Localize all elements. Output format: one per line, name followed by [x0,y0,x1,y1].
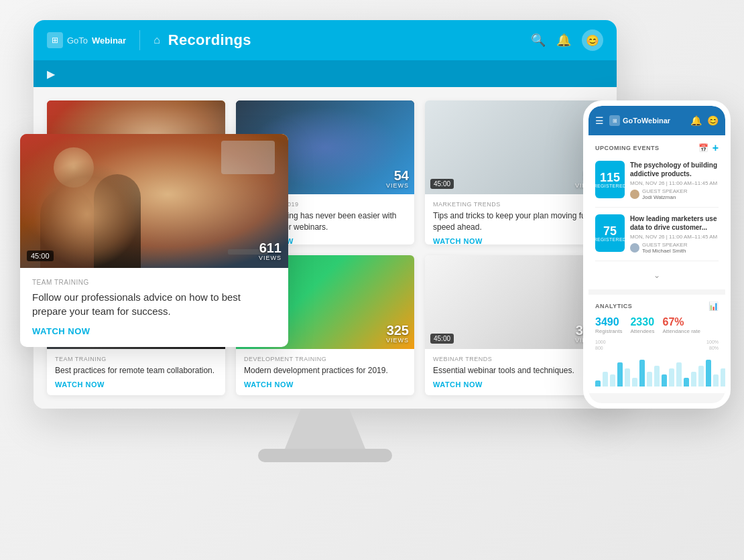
play-icon[interactable]: ▶ [47,68,55,80]
person-silhouette-2 [94,174,141,268]
floating-views-label: VIEWS [259,255,282,261]
event-title-2: How leading marketers use data to drive … [630,214,719,232]
video-duration-3: 45:00 [430,179,454,189]
floating-title: Follow our professionals advice on how t… [32,290,276,318]
event-meta-1: MON, NOV 26 | 11:00 AM–11:45 AM [630,180,719,186]
chart-bar-11 [676,362,682,387]
monitor-stand [285,409,365,449]
speaker-name-1: Jodi Watzman [642,194,687,200]
chart-bar-2 [610,374,615,387]
floating-card: 45:00 611 VIEWS TEAM TRAINING Follow our… [20,134,288,347]
logo-webinar: Webinar [92,36,126,46]
home-icon[interactable]: ⌂ [153,34,160,46]
event-details-1: The psychology of building addictive pro… [630,161,719,200]
chart-y-label-2: 100% [706,340,719,344]
analytics-stats: 3490 Registrants 2330 Attendees 67% Atte… [595,316,719,334]
scene: ⊞ GoToWebinar ⌂ Recordings 🔍 🔔 😊 ▶ [0,0,744,560]
video-info-6: WEBINAR TRENDS Essential webinar tools a… [425,349,603,395]
event-item-1: 115 REGISTERED The psychology of buildin… [595,161,719,208]
phone-header: ☰ ⊞ GoToWebinar 🔔 😊 [588,106,725,135]
stat-attendance-rate: 67% Attendance rate [663,316,700,334]
floating-watch-now[interactable]: WATCH NOW [32,326,276,336]
analytics-chart [595,353,719,387]
calendar-icon[interactable]: 📅 [698,143,708,153]
section-header-events: UPCOMING EVENTS 📅 + [595,142,719,154]
chart-bar-4 [625,368,630,387]
chart-bar-17 [721,368,725,387]
video-category-4: TEAM TRAINING [55,356,217,362]
event-meta-2: MON, NOV 26 | 11:00 AM–11:45 AM [630,234,719,240]
chart-y-label-4: 80% [709,346,719,350]
section-actions: 📅 + [698,142,719,154]
search-icon[interactable]: 🔍 [531,33,546,48]
video-info-5: DEVELOPMENT TRAINING Modern development … [236,349,414,395]
phone-notification-icon[interactable]: 🔔 [690,115,702,126]
chart-bar-3 [617,362,623,387]
add-event-icon[interactable]: + [712,142,719,154]
event-registered-label-2: REGISTERED [594,237,627,242]
chart-bar-0 [595,380,601,387]
floating-info: TEAM TRAINING Follow our professionals a… [20,268,288,347]
video-desc-6: Essential webinar tools and techniques. [433,365,595,376]
phone-avatar-icon[interactable]: 😊 [707,115,719,126]
watch-now-btn-3[interactable]: WATCH NOW [433,237,595,245]
floating-category: TEAM TRAINING [32,279,276,286]
video-desc-4: Best practices for remote team collabora… [55,365,217,376]
app-header: ⊞ GoToWebinar ⌂ Recordings 🔍 🔔 😊 [34,20,617,60]
video-views-5: 325 VIEWS [386,324,409,344]
analytics-title: ANALYTICS [595,303,632,309]
watch-now-btn-5[interactable]: WATCH NOW [244,380,406,389]
event-item-2: 75 REGISTERED How leading marketers use … [595,214,719,261]
speaker-role-1: GUEST SPEAKER [642,188,687,194]
phone-menu-icon[interactable]: ☰ [595,115,604,126]
watch-now-btn-6[interactable]: WATCH NOW [433,380,595,389]
video-category-6: WEBINAR TRENDS [433,356,595,362]
video-thumb-3[interactable]: 45:00 54 VIEWS [425,100,603,194]
goto-logo-icon: ⊞ [47,32,63,48]
video-info-4: TEAM TRAINING Best practices for remote … [47,349,225,395]
chart-bar-1 [603,372,608,387]
phone-content: UPCOMING EVENTS 📅 + 115 REGISTERED [588,135,725,403]
event-speaker-2: GUEST SPEAKER Tod Michael Smith [630,242,719,254]
chevron-down-icon[interactable]: ⌄ [595,268,719,283]
event-badge-1: 115 REGISTERED [595,161,625,198]
event-registered-2: 75 [603,225,617,237]
mobile-phone: ☰ ⊞ GoToWebinar 🔔 😊 UPCOMING EVENTS [583,100,731,409]
user-avatar[interactable]: 😊 [582,29,603,51]
chart-bar-5 [632,378,637,387]
phone-logo-icon: ⊞ [609,115,620,126]
analytics-chart-icon[interactable]: 📊 [708,301,719,311]
phone-logo: ⊞ GoToWebinar [609,115,685,126]
chart-bar-7 [647,372,652,387]
video-card-6: 45:00 325 VIEWS WEBINAR TRENDS Essential… [425,255,603,395]
chart-bar-10 [669,368,674,387]
watch-now-btn-4[interactable]: WATCH NOW [55,380,217,389]
attendees-value: 2330 [630,316,654,328]
analytics-header: ANALYTICS 📊 [595,301,719,311]
chart-bar-8 [654,366,660,387]
chart-y-label-3: 800 [595,346,603,350]
event-badge-2: 75 REGISTERED [595,214,625,252]
video-category-3: MARKETING TRENDS [433,201,595,208]
registrants-value: 3490 [595,316,622,328]
person-head-1 [54,147,94,188]
page-title: Recordings [168,31,251,49]
registrants-label: Registrants [595,328,622,334]
notification-icon[interactable]: 🔔 [556,33,571,48]
video-thumb-6[interactable]: 45:00 325 VIEWS [425,255,603,349]
video-category-5: DEVELOPMENT TRAINING [244,356,406,362]
chart-bar-14 [698,366,704,387]
analytics-section: ANALYTICS 📊 3490 Registrants 2330 Attend… [588,295,725,393]
phone-screen: ☰ ⊞ GoToWebinar 🔔 😊 UPCOMING EVENTS [588,106,725,403]
floating-views-count: 611 [259,241,282,255]
event-speaker-1: GUEST SPEAKER Jodi Watzman [630,188,719,200]
phone-header-icons: 🔔 😊 [690,115,719,126]
event-registered-label-1: REGISTERED [594,184,627,188]
chart-bar-15 [706,360,711,387]
floating-views: 611 VIEWS [259,241,282,261]
chart-y-label-1: 1000 [595,340,606,344]
event-registered-1: 115 [600,171,620,184]
chart-bar-6 [639,360,645,387]
floating-thumb[interactable]: 45:00 611 VIEWS [20,134,288,268]
event-title-1: The psychology of building addictive pro… [630,161,719,178]
